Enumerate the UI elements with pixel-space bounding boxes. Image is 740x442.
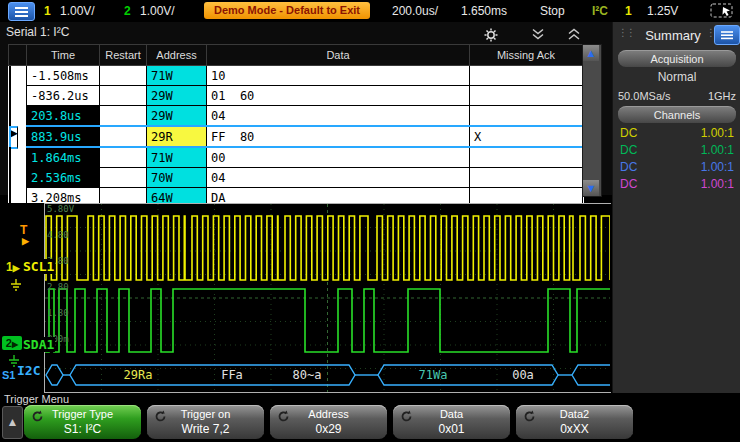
bus-byte-value: 00a xyxy=(512,368,534,382)
channel-summary-row: DC1.00:1 xyxy=(620,160,734,177)
pointer-mode-icon[interactable] xyxy=(710,3,734,23)
trigger-menu-title: Trigger Menu xyxy=(4,393,69,405)
channels-section-header[interactable]: Channels xyxy=(618,106,736,123)
table-row[interactable]: 203.8us29W04 xyxy=(9,106,583,127)
delay-readout[interactable]: 1.650ms xyxy=(461,4,507,18)
serial-decode-window: Serial 1: I²C Time Restart Address Data … xyxy=(0,22,612,195)
scroll-up-button[interactable]: ▲ xyxy=(583,45,599,61)
softkey-value: S1: I²C xyxy=(24,422,141,436)
run-state-readout[interactable]: Stop xyxy=(540,4,565,18)
softkey-data2[interactable]: Data20xXX xyxy=(516,405,633,439)
marker-column-header xyxy=(9,45,27,66)
oscilloscope-screen: 1 1.00V/ 2 1.00V/ Demo Mode - Default to… xyxy=(0,0,740,442)
ch1-scale-readout[interactable]: 1.00V/ xyxy=(60,4,95,18)
main-menu-button[interactable] xyxy=(8,2,35,21)
cycle-arrow-icon xyxy=(523,410,536,423)
cycle-arrow-icon xyxy=(154,410,167,423)
sample-rate-value: 50.0MSa/s xyxy=(618,90,671,102)
restart-column-header: Restart xyxy=(100,45,147,66)
address-cell: 71W xyxy=(147,66,207,86)
softkey-trigger-on[interactable]: Trigger onWrite 7,2 xyxy=(147,405,264,439)
acquisition-section-header[interactable]: Acquisition xyxy=(618,50,736,67)
demo-mode-banner[interactable]: Demo Mode - Default to Exit xyxy=(204,2,370,19)
time-column-header: Time xyxy=(27,45,100,66)
data-cell: 01 60 xyxy=(207,86,470,106)
softkey-value: 0x01 xyxy=(393,422,510,436)
softkey-data[interactable]: Data0x01 xyxy=(393,405,510,439)
restart-cell xyxy=(100,168,147,188)
decode-scrollbar[interactable]: ▲ ▼ xyxy=(582,44,602,197)
ch2-scale-readout[interactable]: 1.00V/ xyxy=(140,4,175,18)
time-cell: -1.508ms xyxy=(27,66,100,86)
graticule-scale-label: 1.80 xyxy=(47,308,69,318)
summary-menu-button[interactable] xyxy=(714,25,740,45)
channel-coupling: DC xyxy=(620,160,637,174)
graticule-scale-label: 5.80V xyxy=(47,204,74,214)
sda-bus-label[interactable]: SDA1 xyxy=(22,337,55,352)
missing-ack-cell: X xyxy=(470,126,583,147)
channel-probe-ratio: 1.00:1 xyxy=(701,143,734,157)
channel-coupling: DC xyxy=(620,143,637,157)
missing-ack-cell xyxy=(470,168,583,188)
acquisition-rates: 50.0MSa/s 1GHz xyxy=(618,90,736,102)
softkey-trigger-type[interactable]: Trigger TypeS1: I²C xyxy=(24,405,141,439)
missing-ack-column-header: Missing Ack xyxy=(470,45,583,66)
menu-up-button[interactable]: ▲ xyxy=(2,406,23,439)
missing-ack-cell xyxy=(470,106,583,127)
hamburger-icon xyxy=(15,7,28,9)
arrow-right-icon: ▶ xyxy=(12,340,18,349)
chevron-double-up-icon[interactable] xyxy=(566,27,582,45)
ch1-ground-icon xyxy=(10,277,22,295)
ch1-number[interactable]: 1 xyxy=(44,4,51,18)
data-cell: FF 80 xyxy=(207,126,470,147)
bus-byte-value: 71Wa xyxy=(419,368,448,382)
table-row[interactable]: -836.2us29W01 60 xyxy=(9,86,583,106)
ch2-number[interactable]: 2 xyxy=(124,4,131,18)
time-cell: 883.9us xyxy=(27,126,100,147)
data-column-header: Data xyxy=(207,45,470,66)
waveform-plot: 29RaFFa80~a71Wa00a xyxy=(45,204,610,392)
trigger-marker-arrow-icon: ▶ xyxy=(22,236,29,246)
trigger-level-marker[interactable]: T xyxy=(20,223,27,237)
softkey-value: Write 7,2 xyxy=(147,422,264,436)
ch1-ground-marker[interactable]: 1▶ xyxy=(6,260,20,274)
address-cell: 29R xyxy=(147,126,207,147)
address-cell: 29W xyxy=(147,106,207,127)
chevron-double-down-icon[interactable] xyxy=(530,27,546,45)
bandwidth-value: 1GHz xyxy=(708,90,736,102)
channel-coupling: DC xyxy=(620,126,637,140)
restart-cell xyxy=(100,86,147,106)
trigger-level-readout[interactable]: 1.25V xyxy=(647,4,678,18)
acquisition-mode-value: Normal xyxy=(613,70,740,84)
timebase-readout[interactable]: 200.0us/ xyxy=(392,4,438,18)
bus-byte-value: 29Ra xyxy=(124,368,153,382)
decode-table-header-row: Time Restart Address Data Missing Ack xyxy=(9,45,583,66)
table-row[interactable]: 2.536ms70W04 xyxy=(9,168,583,188)
softkey-value: 0xXX xyxy=(516,422,633,436)
table-row[interactable]: ▶883.9us29RFF 80X xyxy=(9,126,583,147)
table-row[interactable]: 1.864ms71W00 xyxy=(9,147,583,168)
softkey-address[interactable]: Address0x29 xyxy=(270,405,387,439)
serial-trigger-badge[interactable]: I²C xyxy=(592,4,608,18)
table-row[interactable]: -1.508ms71W10 xyxy=(9,66,583,86)
time-cell: 2.536ms xyxy=(27,168,100,188)
row-marker-cell xyxy=(9,168,11,189)
row-marker-cell xyxy=(9,147,11,168)
scl-bus-label[interactable]: SCL1 xyxy=(22,259,55,274)
hamburger-icon xyxy=(721,31,733,33)
waveform-region: 29RaFFa80~a71Wa00a 5.80V4.803.802.801.80… xyxy=(0,203,612,393)
restart-cell xyxy=(100,126,147,147)
decode-table: Time Restart Address Data Missing Ack -1… xyxy=(8,44,584,208)
ch2-ground-marker[interactable]: 2▶ xyxy=(2,336,22,350)
row-marker-cell xyxy=(9,106,11,127)
address-column-header: Address xyxy=(147,45,207,66)
channel-probe-ratio: 1.00:1 xyxy=(701,126,734,140)
decode-table-body: -1.508ms71W10-836.2us29W01 60203.8us29W0… xyxy=(9,66,583,208)
trigger-source-readout[interactable]: 1 xyxy=(625,4,632,18)
graticule-scale-label: 4.80 xyxy=(47,230,69,240)
restart-cell xyxy=(100,147,147,168)
time-cell: -836.2us xyxy=(27,86,100,106)
row-marker-cell xyxy=(9,66,11,87)
scroll-down-button[interactable]: ▼ xyxy=(583,180,599,196)
serial-bus-marker[interactable]: S1 xyxy=(2,369,15,381)
